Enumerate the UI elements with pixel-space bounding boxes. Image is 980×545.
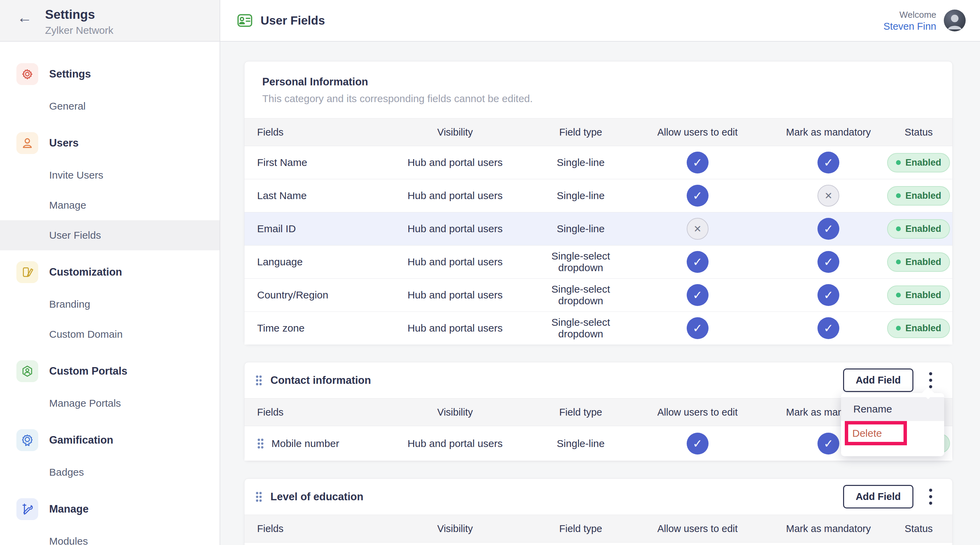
field-type: Single-select dropdown [538,250,623,273]
sidebar-nav: Settings General Users Invite Users Mana… [0,42,220,545]
col-mandatory: Mark as mandatory [772,523,885,534]
sidebar-section-customization[interactable]: Customization [0,255,220,289]
field-name: Last Name [245,190,372,202]
mandatory-toggle [818,185,839,207]
welcome-text: Welcome [883,9,936,21]
sidebar-item-manage-portals[interactable]: Manage Portals [0,388,220,418]
medal-icon [16,429,38,451]
allow-edit-toggle [687,185,708,207]
allow-edit-toggle [687,152,708,173]
sidebar-item-invite-users[interactable]: Invite Users [0,160,220,190]
table-row: Email ID Hub and portal users Single-lin… [245,212,952,246]
table-row: Time zone Hub and portal users Single-se… [245,312,952,345]
status-badge: Enabled [887,319,950,338]
table-header: Fields Visibility Field type Allow users… [245,515,952,543]
table-row [245,543,952,545]
sidebar-item-modules[interactable]: Modules [0,526,220,545]
table-row: Country/Region Hub and portal users Sing… [245,279,952,312]
field-name: Email ID [245,223,372,235]
status-badge: Enabled [887,286,950,305]
back-button[interactable]: ← [15,10,34,25]
sidebar-section-manage[interactable]: Manage [0,492,220,526]
field-type: Single-line [538,157,623,168]
user-fields-icon [237,12,253,29]
sidebar-item-general[interactable]: General [0,91,220,121]
sidebar-section-label: Manage [49,503,88,515]
sidebar-subtitle: Zylker Network [45,25,113,36]
sidebar-section-custom-portals[interactable]: Custom Portals [0,354,220,388]
add-field-button[interactable]: Add Field [843,369,913,392]
portal-user-icon [16,360,38,382]
field-visibility: Hub and portal users [372,289,538,301]
contact-information-card: Contact information Add Field Fields Vis… [244,362,953,461]
col-mandatory: Mark as mandatory [772,127,885,138]
context-menu: Rename Delete [841,393,944,456]
col-visibility: Visibility [372,407,538,418]
kebab-menu-icon[interactable] [924,486,937,507]
col-allow-edit: Allow users to edit [623,127,772,138]
col-field-type: Field type [538,127,623,138]
field-visibility: Hub and portal users [372,190,538,202]
menu-item-rename[interactable]: Rename [841,397,944,421]
mandatory-toggle[interactable] [818,433,839,454]
tools-icon [16,498,38,520]
col-visibility: Visibility [372,523,538,534]
sidebar-title: Settings [45,8,113,22]
branding-icon [16,261,38,283]
section-title: Contact information [270,374,371,386]
col-field-type: Field type [538,407,623,418]
menu-item-delete[interactable]: Delete [852,427,882,439]
field-name: Mobile number [272,438,339,450]
add-field-button[interactable]: Add Field [843,485,913,508]
field-type: Single-line [538,438,623,450]
field-type: Single-line [538,190,623,202]
drag-handle-icon[interactable] [255,491,262,502]
kebab-menu-icon[interactable] [924,370,937,390]
sidebar: ← Settings Zylker Network Settings Gener… [0,0,220,545]
mandatory-toggle [818,284,839,306]
col-fields: Fields [245,523,372,534]
field-visibility: Hub and portal users [372,256,538,268]
col-fields: Fields [245,407,372,418]
sidebar-item-branding[interactable]: Branding [0,289,220,319]
personal-card-subtitle: This category and its corresponding fiel… [262,93,935,105]
content: Personal Information This category and i… [220,42,980,545]
current-user-link[interactable]: Steven Finn [883,21,936,32]
personal-card-title: Personal Information [262,76,935,88]
menu-item-delete-zone: Delete [841,421,944,456]
field-type: Single-select dropdown [538,316,623,340]
col-visibility: Visibility [372,127,538,138]
allow-edit-toggle [687,317,708,339]
field-name: First Name [245,157,372,168]
gear-icon [16,63,38,85]
avatar[interactable] [944,10,966,32]
sidebar-item-custom-domain[interactable]: Custom Domain [0,319,220,350]
topbar: User Fields Welcome Steven Finn [220,0,980,42]
allow-edit-toggle [687,251,708,273]
sidebar-section-label: Gamification [49,434,113,446]
mandatory-toggle [818,317,839,339]
sidebar-item-user-fields[interactable]: User Fields [0,220,220,250]
table-header: Fields Visibility Field type Allow users… [245,118,952,146]
sidebar-section-settings[interactable]: Settings [0,57,220,91]
table-row: First Name Hub and portal users Single-l… [245,146,952,179]
sidebar-section-gamification[interactable]: Gamification [0,423,220,457]
main-area: User Fields Welcome Steven Finn Personal… [220,0,980,545]
mandatory-toggle [818,218,839,240]
sidebar-header: ← Settings Zylker Network [0,0,220,42]
drag-handle-icon[interactable] [257,438,264,449]
mandatory-toggle [818,152,839,173]
field-type: Single-line [538,223,623,235]
sidebar-item-manage-users[interactable]: Manage [0,190,220,220]
drag-handle-icon[interactable] [255,375,262,386]
field-type: Single-select dropdown [538,283,623,307]
allow-edit-toggle [687,284,708,306]
annotation-highlight-box: Delete [845,421,907,445]
personal-information-card: Personal Information This category and i… [244,61,953,345]
allow-edit-toggle[interactable] [687,433,708,454]
status-badge: Enabled [887,219,950,239]
status-badge: Enabled [887,186,950,206]
sidebar-item-badges[interactable]: Badges [0,457,220,487]
sidebar-section-users[interactable]: Users [0,126,220,160]
level-of-education-card: Level of education Add Field Fields Visi… [244,478,953,545]
